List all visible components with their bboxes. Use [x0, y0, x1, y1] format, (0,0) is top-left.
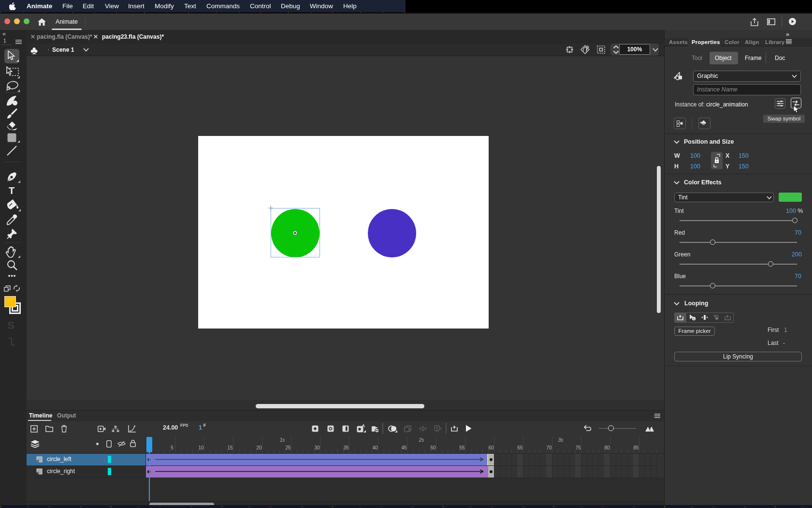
svg-text:A: A — [362, 423, 365, 428]
